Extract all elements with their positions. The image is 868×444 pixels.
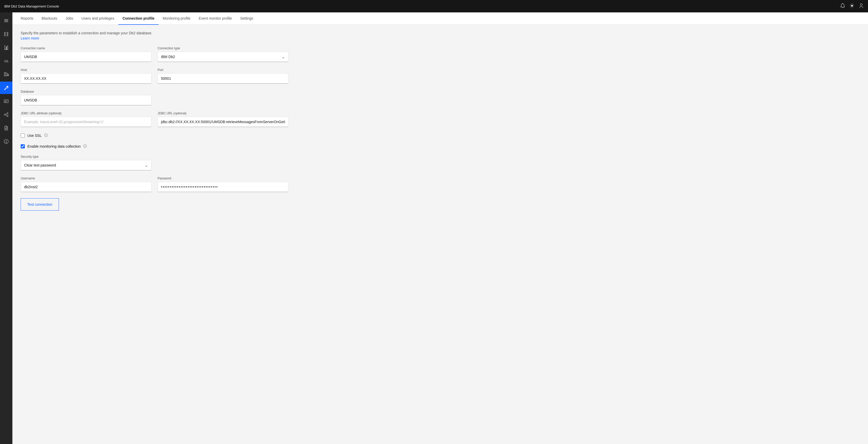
tab-settings[interactable]: Settings — [236, 12, 257, 25]
svg-point-5 — [4, 114, 6, 115]
tab-reports[interactable]: Reports — [17, 12, 37, 25]
sidebar-hamburger[interactable] — [0, 14, 12, 27]
host-label: Host — [21, 68, 151, 72]
jdbc-url-group: JDBC URL (optional) — [158, 111, 288, 127]
topbar-left: IBM Db2 Data Management Console — [4, 4, 59, 8]
enable-monitoring-label[interactable]: Enable monitoring data collection — [27, 144, 81, 148]
security-type-select[interactable]: Clear text password Kerberos None — [21, 160, 151, 170]
svg-text:SQL: SQL — [4, 60, 9, 63]
jdbc-attr-label: JDBC URL attribute (optional) — [21, 111, 151, 115]
tab-jobs[interactable]: Jobs — [61, 12, 78, 25]
svg-point-6 — [7, 113, 8, 114]
svg-line-9 — [6, 115, 7, 116]
tab-blackouts[interactable]: Blackouts — [37, 12, 61, 25]
security-type-select-wrapper: Clear text password Kerberos None ⌄ — [21, 160, 151, 170]
password-input[interactable] — [158, 182, 288, 192]
sidebar: SQL — [0, 12, 12, 444]
enable-monitoring-row: Enable monitoring data collection ⓘ — [21, 144, 288, 149]
svg-line-8 — [6, 113, 7, 114]
password-group: Password — [158, 177, 288, 192]
tabbar: Reports Blackouts Jobs Users and privile… — [12, 12, 868, 25]
tab-users[interactable]: Users and privileges — [77, 12, 118, 25]
svg-point-0 — [851, 5, 853, 7]
use-ssl-info-icon[interactable]: ⓘ — [44, 133, 48, 138]
sidebar-item-document[interactable] — [0, 122, 12, 134]
main-layout: SQL Reports Blackouts Jobs Users and pri… — [0, 12, 868, 444]
host-input[interactable] — [21, 73, 151, 83]
username-input[interactable] — [21, 182, 151, 192]
jdbc-url-input[interactable] — [158, 117, 288, 127]
button-row: Test connection — [21, 198, 288, 211]
jdbc-attr-input[interactable] — [21, 117, 151, 127]
connection-type-label: Connection type — [158, 46, 288, 50]
content-area: Reports Blackouts Jobs Users and privile… — [12, 12, 868, 444]
jdbc-attr-group: JDBC URL attribute (optional) — [21, 111, 151, 127]
database-label: Database — [21, 90, 151, 94]
svg-point-7 — [7, 115, 8, 117]
page-content: Specify the parameters to establish a co… — [12, 25, 297, 222]
enable-monitoring-checkbox[interactable] — [21, 144, 25, 148]
form-row-connection: Connection name Connection type IBM Db2 … — [21, 46, 288, 62]
port-label: Port — [158, 68, 288, 72]
database-group: Database — [21, 90, 151, 105]
host-group: Host — [21, 68, 151, 83]
tab-event-monitor[interactable]: Event monitor profile — [194, 12, 236, 25]
form-row-security: Security type Clear text password Kerber… — [21, 155, 288, 170]
connection-name-label: Connection name — [21, 46, 151, 50]
form-row-credentials: Username Password — [21, 177, 288, 192]
connection-name-group: Connection name — [21, 46, 151, 62]
sidebar-item-info[interactable] — [0, 135, 12, 148]
port-group: Port — [158, 68, 288, 83]
notification-icon[interactable] — [840, 3, 845, 9]
connection-name-input[interactable] — [21, 52, 151, 62]
username-group: Username — [21, 177, 151, 192]
connection-type-select-wrapper: IBM Db2 DB2 for z/OS DB2 for i ⌄ — [158, 52, 288, 62]
topbar: IBM Db2 Data Management Console — [0, 0, 868, 12]
use-ssl-row: Use SSL ⓘ — [21, 133, 288, 138]
sidebar-item-analytics[interactable] — [0, 41, 12, 54]
form-row-database: Database — [21, 90, 288, 105]
use-ssl-checkbox[interactable] — [21, 133, 25, 138]
sidebar-item-logs[interactable] — [0, 95, 12, 107]
svg-rect-3 — [4, 22, 8, 22]
enable-monitoring-info-icon[interactable]: ⓘ — [83, 144, 87, 149]
sidebar-item-flow[interactable] — [0, 68, 12, 80]
sidebar-item-wrench[interactable] — [0, 81, 12, 94]
username-label: Username — [21, 177, 151, 180]
sidebar-item-connections[interactable] — [0, 108, 12, 121]
tab-monitoring-profile[interactable]: Monitoring profile — [159, 12, 194, 25]
user-icon[interactable] — [859, 3, 864, 9]
page-subtitle: Specify the parameters to establish a co… — [21, 31, 288, 35]
sidebar-item-dashboard[interactable] — [0, 28, 12, 40]
form-row-host-port: Host Port — [21, 68, 288, 83]
security-type-group: Security type Clear text password Kerber… — [21, 155, 151, 170]
jdbc-url-label: JDBC URL (optional) — [158, 111, 288, 115]
connection-type-select[interactable]: IBM Db2 DB2 for z/OS DB2 for i — [158, 52, 288, 62]
sidebar-item-sql[interactable]: SQL — [0, 55, 12, 67]
database-input[interactable] — [21, 95, 151, 105]
port-input[interactable] — [158, 73, 288, 83]
database-filler — [158, 90, 288, 105]
security-filler — [158, 155, 288, 170]
topbar-logo: IBM Db2 Data Management Console — [4, 4, 59, 8]
password-label: Password — [158, 177, 288, 180]
topbar-right — [840, 3, 864, 9]
security-type-label: Security type — [21, 155, 151, 159]
tab-connection-profile[interactable]: Connection profile — [118, 12, 159, 25]
form-row-jdbc: JDBC URL attribute (optional) JDBC URL (… — [21, 111, 288, 127]
learn-more-link[interactable]: Learn more — [21, 36, 39, 40]
connection-type-group: Connection type IBM Db2 DB2 for z/OS DB2… — [158, 46, 288, 62]
brightness-icon[interactable] — [849, 3, 855, 9]
test-connection-button[interactable]: Test connection — [21, 198, 59, 211]
use-ssl-label[interactable]: Use SSL — [27, 133, 41, 138]
